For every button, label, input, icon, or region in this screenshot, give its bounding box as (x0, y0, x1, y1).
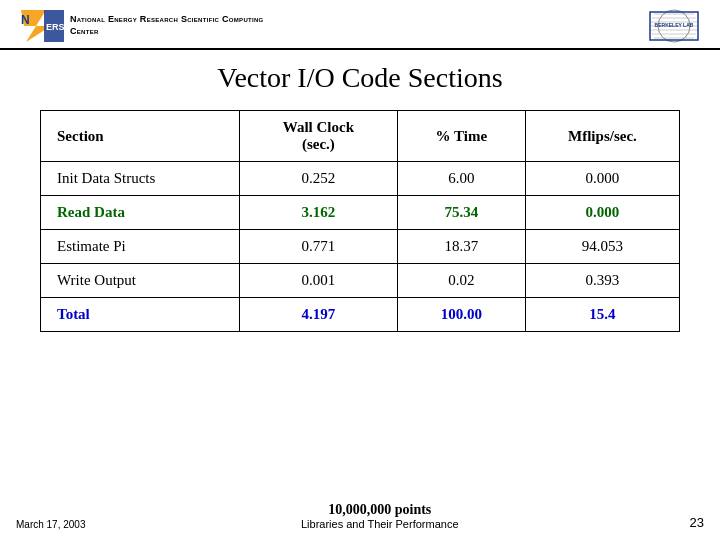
nersc-logo: ERSC N National Energy Research Scientif… (16, 8, 264, 44)
table-cell-wall_clock: 4.197 (239, 298, 397, 332)
table-cell-wall_clock: 0.001 (239, 264, 397, 298)
col-header-mflips: Mflips/sec. (525, 111, 679, 162)
footer-center: 10,000,000 points Libraries and Their Pe… (86, 502, 675, 530)
footer-subtitle-sub: Libraries and Their Performance (86, 518, 675, 530)
footer: March 17, 2003 10,000,000 points Librari… (0, 502, 720, 530)
svg-text:N: N (21, 13, 30, 27)
svg-text:ERSC: ERSC (46, 22, 66, 32)
page-title-container: Vector I/O Code Sections (0, 50, 720, 110)
table-cell-wall_clock: 0.771 (239, 230, 397, 264)
table-cell-section: Estimate Pi (41, 230, 240, 264)
table-row: Init Data Structs0.2526.000.000 (41, 162, 680, 196)
header-left: ERSC N National Energy Research Scientif… (16, 8, 264, 44)
footer-date: March 17, 2003 (16, 519, 86, 530)
col-header-wallclock: Wall Clock (sec.) (239, 111, 397, 162)
table-cell-pct_time: 75.34 (397, 196, 525, 230)
footer-subtitle-bold: 10,000,000 points (86, 502, 675, 518)
table-cell-pct_time: 0.02 (397, 264, 525, 298)
table-cell-section: Total (41, 298, 240, 332)
col-header-pcttime: % Time (397, 111, 525, 162)
data-table: Section Wall Clock (sec.) % Time Mflips/… (40, 110, 680, 332)
footer-page-number: 23 (674, 515, 704, 530)
table-cell-pct_time: 6.00 (397, 162, 525, 196)
header-org-text: National Energy Research Scientific Comp… (70, 14, 264, 37)
table-container: Section Wall Clock (sec.) % Time Mflips/… (0, 110, 720, 332)
table-header-row: Section Wall Clock (sec.) % Time Mflips/… (41, 111, 680, 162)
col-header-section: Section (41, 111, 240, 162)
table-cell-section: Write Output (41, 264, 240, 298)
table-row: Write Output0.0010.020.393 (41, 264, 680, 298)
table-cell-pct_time: 100.00 (397, 298, 525, 332)
nersc-logo-icon: ERSC N (16, 8, 66, 44)
table-cell-mflips: 0.000 (525, 162, 679, 196)
table-cell-wall_clock: 0.252 (239, 162, 397, 196)
page-title: Vector I/O Code Sections (0, 62, 720, 94)
header: ERSC N National Energy Research Scientif… (0, 0, 720, 50)
svg-text:BERKELEY LAB: BERKELEY LAB (655, 22, 694, 28)
table-cell-mflips: 94.053 (525, 230, 679, 264)
lbl-logo: BERKELEY LAB (644, 8, 704, 44)
table-cell-pct_time: 18.37 (397, 230, 525, 264)
table-cell-section: Read Data (41, 196, 240, 230)
table-cell-mflips: 0.000 (525, 196, 679, 230)
table-cell-section: Init Data Structs (41, 162, 240, 196)
table-cell-mflips: 0.393 (525, 264, 679, 298)
table-cell-mflips: 15.4 (525, 298, 679, 332)
table-row: Total4.197100.0015.4 (41, 298, 680, 332)
table-row: Estimate Pi0.77118.3794.053 (41, 230, 680, 264)
table-cell-wall_clock: 3.162 (239, 196, 397, 230)
table-row: Read Data3.16275.340.000 (41, 196, 680, 230)
table-body: Init Data Structs0.2526.000.000Read Data… (41, 162, 680, 332)
